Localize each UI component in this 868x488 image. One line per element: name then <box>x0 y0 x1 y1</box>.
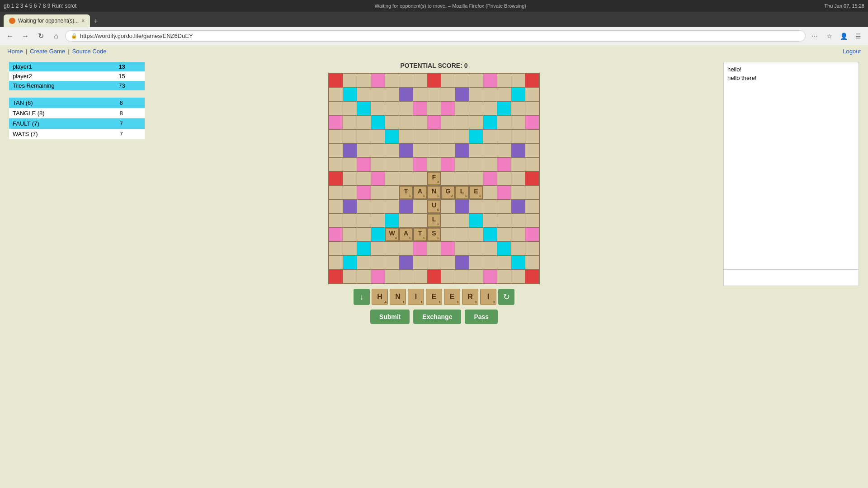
board-cell[interactable] <box>413 214 427 227</box>
board-cell[interactable] <box>441 200 455 213</box>
board-cell[interactable] <box>469 214 483 227</box>
board-cell[interactable] <box>497 158 511 171</box>
board-cell[interactable] <box>525 116 539 129</box>
board-cell[interactable] <box>357 186 371 199</box>
board-cell[interactable] <box>329 158 343 171</box>
board-cell[interactable] <box>483 242 497 255</box>
board-cell[interactable] <box>385 158 399 171</box>
board-cell[interactable] <box>399 74 413 87</box>
board-cell[interactable] <box>357 200 371 213</box>
board-cell[interactable] <box>497 228 511 241</box>
board-cell[interactable] <box>497 74 511 87</box>
board-cell[interactable] <box>497 88 511 101</box>
board-cell[interactable] <box>329 270 343 283</box>
source-code-link[interactable]: Source Code <box>72 48 107 55</box>
board-cell[interactable] <box>413 256 427 269</box>
board-cell[interactable] <box>511 228 525 241</box>
board-cell[interactable] <box>455 88 469 101</box>
board-cell[interactable] <box>497 172 511 185</box>
board-cell[interactable]: L1 <box>455 186 469 199</box>
board-cell[interactable] <box>441 228 455 241</box>
board-cell[interactable] <box>497 144 511 157</box>
board-cell[interactable] <box>469 256 483 269</box>
board-cell[interactable] <box>455 242 469 255</box>
board-cell[interactable] <box>399 116 413 129</box>
board-cell[interactable] <box>343 256 357 269</box>
board-cell[interactable] <box>371 144 385 157</box>
board-cell[interactable] <box>511 88 525 101</box>
rack-tile[interactable]: I1 <box>480 289 496 305</box>
board-cell[interactable] <box>371 74 385 87</box>
board-cell[interactable] <box>483 228 497 241</box>
rack-tile[interactable]: E1 <box>444 289 460 305</box>
board-cell[interactable] <box>413 88 427 101</box>
board-cell[interactable] <box>441 102 455 115</box>
board-cell[interactable] <box>469 270 483 283</box>
menu-button[interactable]: ☰ <box>852 30 864 42</box>
board-cell[interactable] <box>483 186 497 199</box>
board-cell[interactable] <box>329 88 343 101</box>
board-cell[interactable] <box>329 186 343 199</box>
board-cell[interactable] <box>441 256 455 269</box>
board-cell[interactable] <box>371 228 385 241</box>
board-cell[interactable] <box>357 172 371 185</box>
board-cell[interactable] <box>441 158 455 171</box>
board-cell[interactable] <box>399 200 413 213</box>
board-cell[interactable]: G2 <box>441 186 455 199</box>
board-cell[interactable] <box>399 102 413 115</box>
direction-toggle-button[interactable]: ↓ <box>354 289 370 305</box>
board-cell[interactable] <box>399 172 413 185</box>
board-cell[interactable] <box>371 102 385 115</box>
game-board[interactable]: F4T1A1N1G2L1E1U0L1W4A1T1S1 <box>328 73 540 284</box>
board-cell[interactable] <box>469 102 483 115</box>
board-cell[interactable]: E1 <box>469 186 483 199</box>
board-cell[interactable] <box>455 144 469 157</box>
board-cell[interactable] <box>511 256 525 269</box>
board-cell[interactable] <box>413 270 427 283</box>
board-cell[interactable] <box>399 144 413 157</box>
board-cell[interactable] <box>525 158 539 171</box>
rack-tile[interactable]: R1 <box>462 289 478 305</box>
board-cell[interactable] <box>413 158 427 171</box>
board-cell[interactable] <box>525 256 539 269</box>
board-cell[interactable] <box>427 116 441 129</box>
board-cell[interactable] <box>525 242 539 255</box>
board-cell[interactable]: F4 <box>427 172 441 185</box>
board-cell[interactable]: A1 <box>413 186 427 199</box>
board-cell[interactable] <box>497 270 511 283</box>
board-cell[interactable] <box>329 228 343 241</box>
board-cell[interactable] <box>385 186 399 199</box>
board-cell[interactable] <box>399 270 413 283</box>
board-cell[interactable] <box>371 88 385 101</box>
board-cell[interactable] <box>525 144 539 157</box>
board-cell[interactable] <box>371 186 385 199</box>
board-cell[interactable] <box>455 228 469 241</box>
board-cell[interactable] <box>441 88 455 101</box>
board-cell[interactable] <box>441 172 455 185</box>
board-cell[interactable] <box>427 242 441 255</box>
board-cell[interactable] <box>371 256 385 269</box>
board-cell[interactable] <box>413 172 427 185</box>
board-cell[interactable] <box>497 186 511 199</box>
board-cell[interactable] <box>511 116 525 129</box>
board-cell[interactable] <box>525 88 539 101</box>
board-cell[interactable] <box>357 158 371 171</box>
chat-input[interactable] <box>723 270 859 286</box>
board-cell[interactable] <box>497 214 511 227</box>
board-cell[interactable] <box>483 172 497 185</box>
board-cell[interactable] <box>469 74 483 87</box>
board-cell[interactable] <box>427 130 441 143</box>
board-cell[interactable] <box>343 228 357 241</box>
pass-button[interactable]: Pass <box>465 310 498 324</box>
board-cell[interactable] <box>455 256 469 269</box>
board-cell[interactable] <box>343 158 357 171</box>
board-cell[interactable] <box>525 74 539 87</box>
board-cell[interactable] <box>483 88 497 101</box>
board-cell[interactable] <box>427 102 441 115</box>
board-cell[interactable] <box>455 270 469 283</box>
board-cell[interactable] <box>511 102 525 115</box>
board-cell[interactable] <box>469 144 483 157</box>
board-cell[interactable] <box>371 172 385 185</box>
board-cell[interactable]: U0 <box>427 200 441 213</box>
board-cell[interactable] <box>497 256 511 269</box>
